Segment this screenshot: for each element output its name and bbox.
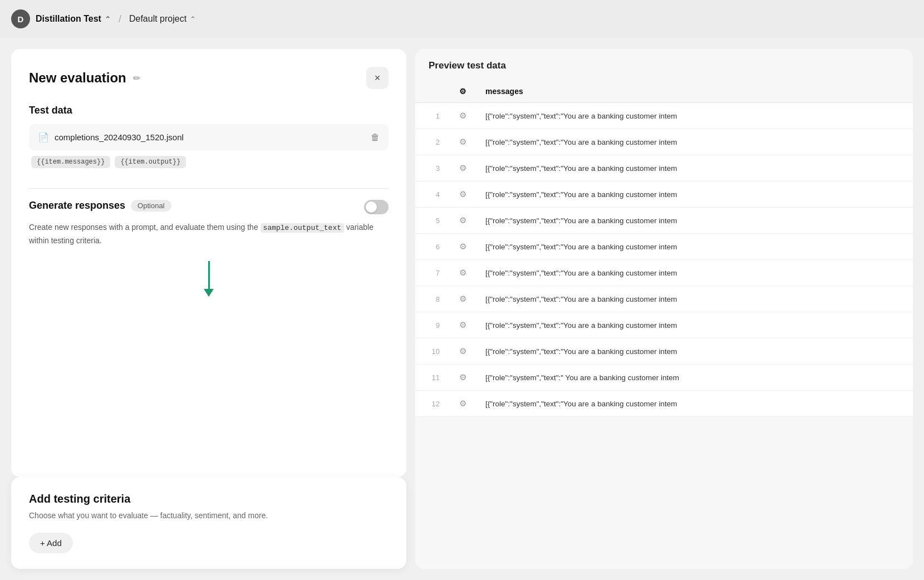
code-var: sample.output_text — [261, 223, 344, 233]
row-number: 11 — [415, 365, 449, 391]
gear-icon: ⚙ — [459, 111, 466, 120]
right-panel: Preview test data ⚙ messages 1 ⚙ [{"role… — [415, 49, 913, 569]
arrow-line — [208, 261, 210, 289]
add-criteria-button[interactable]: + Add — [29, 533, 73, 553]
row-gear: ⚙ — [449, 208, 476, 234]
delete-icon[interactable]: 🗑 — [371, 132, 380, 142]
optional-badge: Optional — [131, 200, 171, 212]
row-number: 12 — [415, 391, 449, 417]
file-row: 📄 completions_20240930_1520.jsonl 🗑 — [29, 124, 389, 150]
row-content: [{"role":"system","text":"You are a bank… — [476, 338, 913, 365]
table-row: 3 ⚙ [{"role":"system","text":"You are a … — [415, 155, 913, 181]
gear-icon: ⚙ — [459, 294, 466, 303]
gen-section-header: Generate responses Optional — [29, 200, 389, 214]
main-layout: New evaluation ✏ × Test data 📄 completio… — [0, 38, 924, 580]
sub-project-selector[interactable]: Default project ⌃ — [129, 14, 196, 24]
gen-description: Create new responses with a prompt, and … — [29, 221, 389, 247]
eval-title-row: New evaluation ✏ — [29, 70, 140, 86]
nav-separator: / — [119, 13, 121, 25]
row-gear: ⚙ — [449, 286, 476, 312]
row-number: 6 — [415, 234, 449, 260]
row-gear: ⚙ — [449, 234, 476, 260]
table-row: 4 ⚙ [{"role":"system","text":"You are a … — [415, 181, 913, 208]
table-row: 1 ⚙ [{"role":"system","text":"You are a … — [415, 103, 913, 129]
gen-title-row: Generate responses Optional — [29, 200, 171, 212]
gear-icon: ⚙ — [459, 215, 466, 225]
file-name: completions_20240930_1520.jsonl — [55, 132, 184, 142]
row-number: 1 — [415, 103, 449, 129]
generate-responses-section: Generate responses Optional Create new r… — [29, 200, 389, 255]
row-content: [{"role":"system","text":" You are a ban… — [476, 365, 913, 391]
down-arrow-icon — [204, 261, 214, 297]
gear-icon: ⚙ — [459, 372, 466, 382]
row-gear: ⚙ — [449, 365, 476, 391]
row-content: [{"role":"system","text":"You are a bank… — [476, 103, 913, 129]
gen-title: Generate responses — [29, 200, 125, 212]
row-content: [{"role":"system","text":"You are a bank… — [476, 391, 913, 417]
sub-project-chevron-icon: ⌃ — [190, 15, 196, 23]
table-row: 12 ⚙ [{"role":"system","text":"You are a… — [415, 391, 913, 417]
preview-header: Preview test data — [415, 49, 913, 80]
row-number: 5 — [415, 208, 449, 234]
divider-1 — [29, 188, 389, 189]
table-row: 11 ⚙ [{"role":"system","text":" You are … — [415, 365, 913, 391]
row-number: 4 — [415, 181, 449, 208]
col-header-messages: messages — [476, 80, 913, 103]
row-content: [{"role":"system","text":"You are a bank… — [476, 234, 913, 260]
row-number: 9 — [415, 312, 449, 338]
row-gear: ⚙ — [449, 103, 476, 129]
eval-title: New evaluation — [29, 70, 126, 86]
row-content: [{"role":"system","text":"You are a bank… — [476, 208, 913, 234]
file-icon: 📄 — [38, 132, 49, 142]
close-button[interactable]: × — [366, 67, 389, 89]
left-panel: New evaluation ✏ × Test data 📄 completio… — [11, 49, 406, 569]
row-gear: ⚙ — [449, 312, 476, 338]
row-number: 8 — [415, 286, 449, 312]
table-row: 7 ⚙ [{"role":"system","text":"You are a … — [415, 260, 913, 286]
row-gear: ⚙ — [449, 181, 476, 208]
edit-icon[interactable]: ✏ — [133, 73, 140, 83]
gear-icon: ⚙ — [459, 189, 466, 199]
criteria-description: Choose what you want to evaluate — factu… — [29, 510, 389, 522]
arrow-container — [29, 255, 389, 297]
add-criteria-card: Add testing criteria Choose what you wan… — [11, 477, 406, 569]
row-content: [{"role":"system","text":"You are a bank… — [476, 155, 913, 181]
gear-icon: ⚙ — [459, 346, 466, 356]
gear-icon: ⚙ — [459, 137, 466, 146]
table-row: 6 ⚙ [{"role":"system","text":"You are a … — [415, 234, 913, 260]
project-chevron-icon: ⌃ — [105, 15, 111, 23]
table-row: 8 ⚙ [{"role":"system","text":"You are a … — [415, 286, 913, 312]
arrow-head — [204, 289, 214, 297]
row-gear: ⚙ — [449, 155, 476, 181]
project-selector[interactable]: Distillation Test ⌃ — [36, 14, 111, 24]
gear-icon: ⚙ — [459, 399, 466, 408]
file-info: 📄 completions_20240930_1520.jsonl — [38, 132, 184, 142]
row-content: [{"role":"system","text":"You are a bank… — [476, 286, 913, 312]
toggle-knob — [366, 201, 377, 213]
row-gear: ⚙ — [449, 260, 476, 286]
table-row: 9 ⚙ [{"role":"system","text":"You are a … — [415, 312, 913, 338]
col-header-gear: ⚙ — [449, 80, 476, 103]
file-tags: {{item.messages}} {{item.output}} — [29, 156, 389, 177]
test-data-title: Test data — [29, 105, 389, 116]
top-nav: D Distillation Test ⌃ / Default project … — [0, 0, 924, 38]
row-content: [{"role":"system","text":"You are a bank… — [476, 312, 913, 338]
gear-icon: ⚙ — [459, 320, 466, 330]
row-number: 2 — [415, 129, 449, 155]
gear-icon: ⚙ — [459, 163, 466, 173]
avatar: D — [11, 9, 30, 28]
row-gear: ⚙ — [449, 338, 476, 365]
table-row: 2 ⚙ [{"role":"system","text":"You are a … — [415, 129, 913, 155]
table-row: 10 ⚙ [{"role":"system","text":"You are a… — [415, 338, 913, 365]
row-content: [{"role":"system","text":"You are a bank… — [476, 129, 913, 155]
preview-table-wrapper[interactable]: ⚙ messages 1 ⚙ [{"role":"system","text":… — [415, 80, 913, 569]
row-number: 3 — [415, 155, 449, 181]
tag-messages: {{item.messages}} — [31, 156, 110, 168]
col-header-num — [415, 80, 449, 103]
preview-title: Preview test data — [429, 60, 506, 71]
table-row: 5 ⚙ [{"role":"system","text":"You are a … — [415, 208, 913, 234]
generate-toggle[interactable] — [364, 200, 389, 214]
row-gear: ⚙ — [449, 391, 476, 417]
evaluation-card: New evaluation ✏ × Test data 📄 completio… — [11, 49, 406, 477]
gear-icon: ⚙ — [459, 242, 466, 251]
